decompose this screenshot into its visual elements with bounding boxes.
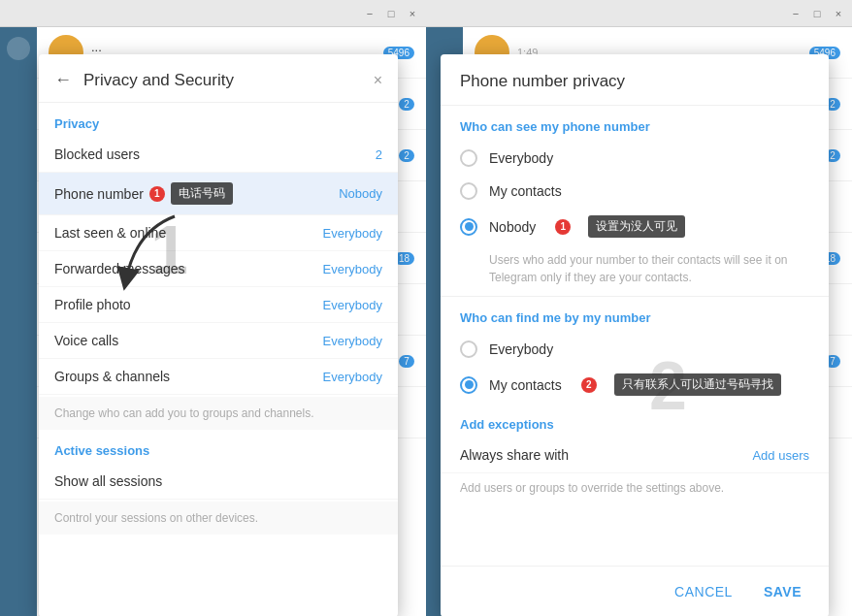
- my-contacts-radio-find[interactable]: [460, 376, 477, 394]
- nobody-label-see: Nobody: [489, 219, 536, 235]
- back-button[interactable]: ←: [54, 70, 72, 90]
- dialog-body: Privacy Blocked users 2 Phone number 1 电…: [39, 103, 398, 616]
- dialog-header: ← Privacy and Security ×: [39, 54, 398, 103]
- chat-badge: 2: [399, 149, 414, 162]
- nobody-annotation-tooltip: 设置为没人可见: [588, 215, 685, 238]
- exceptions-section: Add exceptions Always share with Add use…: [441, 404, 829, 503]
- privacy-security-dialog: ← Privacy and Security × Privacy Blocked…: [39, 54, 398, 616]
- profile-photo-item[interactable]: Profile photo Everybody: [39, 287, 398, 323]
- groups-channels-item[interactable]: Groups & channels Everybody: [39, 359, 398, 395]
- sessions-footer: Control your sessions on other devices.: [39, 502, 398, 535]
- phone-number-label: Phone number 1 电话号码: [54, 182, 339, 205]
- close-btn-left[interactable]: ×: [405, 6, 420, 21]
- everybody-option-find[interactable]: Everybody: [441, 333, 829, 366]
- last-seen-item[interactable]: Last seen & online Everybody: [39, 215, 398, 251]
- phone-dialog-header: Phone number privacy: [441, 54, 829, 106]
- my-contacts-annotation-tooltip: 只有联系人可以通过号码寻找: [614, 373, 781, 396]
- who-can-see-label: Who can see my phone number: [441, 106, 829, 142]
- always-share-label: Always share with: [460, 447, 752, 463]
- phone-dialog-title: Phone number privacy: [460, 72, 809, 91]
- who-can-find-label: Who can find me by my number: [441, 297, 829, 333]
- profile-photo-label: Profile photo: [54, 297, 323, 312]
- minimize-btn-left[interactable]: −: [362, 6, 377, 21]
- last-seen-label: Last seen & online: [54, 225, 323, 241]
- phone-privacy-dialog: Phone number privacy Who can see my phon…: [441, 54, 829, 616]
- maximize-btn-left[interactable]: □: [383, 6, 399, 21]
- blocked-users-item[interactable]: Blocked users 2: [39, 137, 398, 173]
- my-contacts-annotation-badge: 2: [581, 377, 597, 393]
- chat-list-bg: ... 1:49 5496 ... 1:34 2 ... 21:06: [0, 27, 426, 616]
- my-contacts-label-see: My contacts: [489, 183, 562, 199]
- left-window: − □ × ... 1:49 5496 ... 1:34: [0, 0, 426, 616]
- right-chat-bg: 1:49 5496 1:34 2 21:06 2 20:57 17:30 18: [426, 27, 852, 616]
- close-btn-right[interactable]: ×: [831, 6, 846, 21]
- always-share-row: Always share with Add users: [441, 438, 829, 473]
- groups-channels-value: Everybody: [323, 370, 382, 384]
- chat-badge: 7: [399, 355, 414, 368]
- hamburger-icon: [7, 37, 30, 60]
- tooltip-box: 电话号码: [171, 182, 233, 205]
- forwarded-item[interactable]: Forwarded messages Everybody: [39, 251, 398, 287]
- my-contacts-label-find: My contacts: [489, 377, 562, 393]
- phone-dialog-footer: CANCEL SAVE: [441, 566, 829, 616]
- everybody-option-see[interactable]: Everybody: [441, 142, 829, 175]
- profile-photo-value: Everybody: [323, 298, 382, 312]
- everybody-label-find: Everybody: [489, 341, 553, 357]
- close-dialog-button[interactable]: ×: [374, 72, 382, 89]
- forwarded-value: Everybody: [323, 262, 382, 276]
- add-users-link[interactable]: Add users: [752, 448, 809, 463]
- voice-calls-item[interactable]: Voice calls Everybody: [39, 323, 398, 359]
- exceptions-note: Add users or groups to override the sett…: [441, 473, 829, 503]
- dialog-title: Privacy and Security: [83, 71, 362, 90]
- forwarded-label: Forwarded messages: [54, 261, 323, 276]
- show-all-sessions-label: Show all sessions: [54, 473, 382, 489]
- everybody-radio-find[interactable]: [460, 340, 477, 358]
- blocked-users-count: 2: [376, 147, 382, 162]
- privacy-footer: Change who can add you to groups and cha…: [39, 397, 398, 430]
- my-contacts-option-find[interactable]: My contacts 2 只有联系人可以通过号码寻找: [441, 366, 829, 404]
- phone-number-item[interactable]: Phone number 1 电话号码 Nobody: [39, 173, 398, 215]
- cancel-button[interactable]: CANCEL: [663, 578, 744, 605]
- chat-name: ...: [91, 40, 376, 54]
- save-button[interactable]: SAVE: [752, 578, 813, 605]
- add-exceptions-label: Add exceptions: [441, 404, 829, 438]
- annotation-badge-1: 1: [149, 186, 165, 202]
- nobody-radio-see[interactable]: [460, 218, 477, 236]
- maximize-btn-right[interactable]: □: [809, 6, 825, 21]
- show-all-sessions-item[interactable]: Show all sessions: [39, 464, 398, 500]
- voice-calls-value: Everybody: [323, 334, 382, 348]
- my-contacts-radio-see[interactable]: [460, 182, 477, 200]
- last-seen-value: Everybody: [323, 226, 382, 241]
- phone-number-value: Nobody: [339, 186, 382, 201]
- voice-calls-label: Voice calls: [54, 333, 323, 348]
- who-can-see-note: Users who add your number to their conta…: [441, 245, 829, 297]
- right-window: − □ × 1:49 5496 1:34 2 21:06 2: [426, 0, 852, 616]
- active-sessions-label: Active sessions: [39, 430, 398, 464]
- everybody-radio-see[interactable]: [460, 149, 477, 167]
- chat-badge: 2: [399, 98, 414, 111]
- everybody-label-see: Everybody: [489, 150, 553, 166]
- right-titlebar: − □ ×: [426, 0, 852, 27]
- nobody-annotation-badge: 1: [555, 219, 571, 235]
- groups-channels-label: Groups & channels: [54, 369, 323, 384]
- my-contacts-option-see[interactable]: My contacts: [441, 175, 829, 208]
- privacy-section-label: Privacy: [39, 103, 398, 137]
- phone-dialog-body: Who can see my phone number Everybody My…: [441, 106, 829, 566]
- minimize-btn-right[interactable]: −: [788, 6, 803, 21]
- blocked-users-label: Blocked users: [54, 146, 376, 162]
- left-titlebar: − □ ×: [0, 0, 426, 27]
- nobody-option-see[interactable]: Nobody 1 设置为没人可见: [441, 208, 829, 245]
